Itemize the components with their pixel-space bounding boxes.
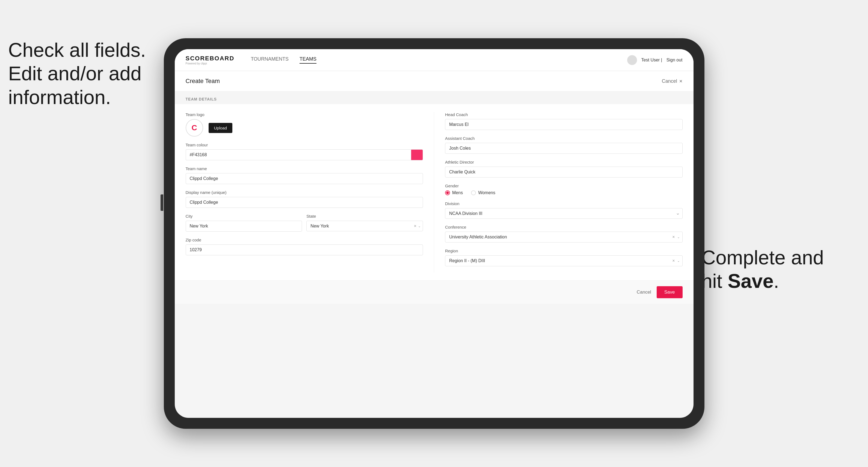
team-colour-label: Team colour: [186, 143, 423, 147]
zip-group: Zip code: [186, 238, 423, 255]
team-colour-group: Team colour: [186, 143, 423, 160]
state-group: State New York × ⌄: [306, 214, 423, 231]
assistant-coach-label: Assistant Coach: [445, 136, 683, 141]
conference-select-wrapper: × ⌄: [445, 231, 683, 243]
gender-womens-label: Womens: [478, 190, 495, 195]
city-input[interactable]: [186, 221, 302, 231]
team-name-group: Team name: [186, 166, 423, 184]
nav-user-name: Test User |: [641, 58, 662, 63]
conference-input[interactable]: [445, 231, 683, 243]
athletic-director-group: Athletic Director: [445, 160, 683, 178]
head-coach-group: Head Coach: [445, 112, 683, 130]
app-logo: SCOREBOARD Powered by clippi: [186, 55, 235, 65]
assistant-coach-input[interactable]: [445, 143, 683, 154]
form-right-column: Head Coach Assistant Coach Athletic Dire…: [434, 112, 683, 272]
team-logo-group: Team logo C Upload: [186, 112, 423, 136]
region-input[interactable]: [445, 255, 683, 266]
zip-input[interactable]: [186, 244, 423, 255]
state-clear-icon[interactable]: ×: [414, 224, 416, 228]
conference-group: Conference × ⌄: [445, 225, 683, 243]
annotation-line3: information.: [8, 86, 111, 108]
user-avatar: [627, 55, 637, 65]
region-arrow-icon: ⌄: [677, 259, 680, 263]
gender-mens-radio[interactable]: [445, 190, 450, 195]
head-coach-label: Head Coach: [445, 112, 683, 117]
header-cancel-button[interactable]: Cancel ×: [662, 78, 683, 84]
team-colour-input[interactable]: [186, 149, 411, 160]
city-label: City: [186, 214, 302, 218]
city-state-row: City State New York × ⌄: [186, 214, 423, 238]
state-select-wrapper: New York × ⌄: [306, 221, 423, 231]
division-select[interactable]: NCAA Division III: [445, 208, 683, 219]
page-title: Create Team: [186, 77, 220, 85]
annotation-right-bold: Save: [727, 270, 774, 292]
display-name-input[interactable]: [186, 197, 423, 208]
upload-button[interactable]: Upload: [209, 123, 232, 133]
save-button[interactable]: Save: [657, 286, 683, 298]
form-footer: Cancel Save: [175, 280, 693, 304]
assistant-coach-group: Assistant Coach: [445, 136, 683, 154]
gender-mens-option[interactable]: Mens: [445, 190, 463, 195]
division-group: Division NCAA Division III: [445, 201, 683, 219]
gender-group: Gender Mens Womens: [445, 184, 683, 195]
head-coach-input[interactable]: [445, 119, 683, 130]
display-name-label: Display name (unique): [186, 190, 423, 195]
navbar: SCOREBOARD Powered by clippi TOURNAMENTS…: [175, 49, 693, 71]
zip-label: Zip code: [186, 238, 423, 242]
gender-mens-label: Mens: [452, 190, 463, 195]
gender-womens-option[interactable]: Womens: [471, 190, 495, 195]
annotation-line1: Check all fields.: [8, 39, 146, 61]
conference-label: Conference: [445, 225, 683, 229]
region-group: Region × ⌄: [445, 249, 683, 266]
header-cancel-label: Cancel: [662, 79, 677, 84]
conference-clear-icon[interactable]: ×: [672, 235, 675, 240]
right-annotation: Complete and hit Save.: [702, 246, 860, 293]
division-select-wrapper: NCAA Division III: [445, 208, 683, 219]
team-name-label: Team name: [186, 166, 423, 171]
color-input-row: [186, 149, 423, 160]
region-select-wrapper: × ⌄: [445, 255, 683, 266]
logo-circle: C: [186, 119, 203, 136]
region-clear-icon[interactable]: ×: [672, 258, 675, 263]
form-left-column: Team logo C Upload Team colour: [186, 112, 434, 272]
gender-womens-radio[interactable]: [471, 190, 476, 195]
logo-area: C Upload: [186, 119, 423, 136]
nav-right-section: Test User | Sign out: [627, 55, 683, 65]
left-annotation: Check all fields. Edit and/or add inform…: [8, 38, 166, 109]
cancel-button[interactable]: Cancel: [637, 289, 651, 295]
logo-title: SCOREBOARD: [186, 55, 235, 62]
team-name-input[interactable]: [186, 173, 423, 184]
nav-tournaments[interactable]: TOURNAMENTS: [251, 56, 289, 64]
tablet-side-button: [160, 194, 163, 211]
close-icon: ×: [679, 78, 683, 84]
annotation-right-suffix: .: [774, 270, 779, 292]
signout-link[interactable]: Sign out: [666, 58, 683, 63]
division-label: Division: [445, 201, 683, 206]
athletic-director-label: Athletic Director: [445, 160, 683, 164]
athletic-director-input[interactable]: [445, 166, 683, 178]
annotation-right-prefix: hit: [702, 270, 727, 292]
color-swatch[interactable]: [411, 149, 423, 160]
gender-label: Gender: [445, 184, 683, 188]
annotation-line2: Edit and/or add: [8, 63, 142, 84]
tablet-screen: SCOREBOARD Powered by clippi TOURNAMENTS…: [175, 49, 693, 418]
state-select[interactable]: New York: [306, 221, 423, 231]
annotation-right-line1: Complete and: [702, 247, 824, 269]
state-label: State: [306, 214, 423, 218]
section-label: TEAM DETAILS: [175, 92, 693, 104]
nav-links: TOURNAMENTS TEAMS: [251, 56, 627, 64]
region-label: Region: [445, 249, 683, 253]
city-group: City: [186, 214, 302, 231]
gender-radio-group: Mens Womens: [445, 190, 683, 195]
conference-arrow-icon: ⌄: [677, 235, 680, 239]
nav-teams[interactable]: TEAMS: [300, 56, 316, 64]
form-body: Team logo C Upload Team colour: [175, 104, 693, 280]
create-team-header: Create Team Cancel ×: [175, 71, 693, 92]
display-name-group: Display name (unique): [186, 190, 423, 208]
tablet-frame: SCOREBOARD Powered by clippi TOURNAMENTS…: [164, 38, 705, 429]
team-logo-label: Team logo: [186, 112, 423, 117]
logo-subtitle: Powered by clippi: [186, 62, 235, 65]
